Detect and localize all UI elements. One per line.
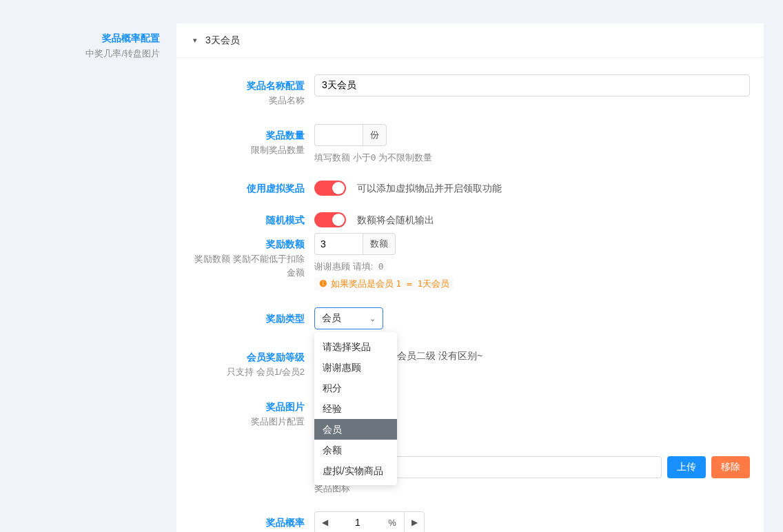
main-panel: ▾ 3天会员 奖品名称配置 奖品名称 奖品数量 限制奖品数量 <box>176 23 764 532</box>
sidebar-title: 奖品概率配置 <box>0 30 160 45</box>
label-prize-name: 奖品名称配置 奖品名称 <box>190 74 314 108</box>
info-icon: ❶ <box>318 278 328 289</box>
chevron-down-icon: ⌄ <box>369 314 376 323</box>
label-prize-image: 奖品图片 奖品图片配置 <box>190 396 314 495</box>
virtual-desc: 可以添加虚拟物品并开启领取功能 <box>357 181 502 196</box>
collapse-header[interactable]: ▾ 3天会员 <box>176 23 764 58</box>
amount-warning: ❶ 如果奖品是会员 1 = 1天会员 <box>314 277 454 291</box>
reward-type-value: 会员 <box>322 312 341 325</box>
probability-increment[interactable]: ▶ <box>404 511 425 532</box>
upload-button[interactable]: 上传 <box>667 456 706 478</box>
probability-decrement[interactable]: ◀ <box>314 511 335 532</box>
amount-tip: 谢谢惠顾 请填: 0 <box>314 260 750 273</box>
sidebar: 奖品概率配置 中奖几率/转盘图片 <box>0 11 176 532</box>
prize-name-input[interactable] <box>314 74 750 96</box>
option-placeholder[interactable]: 请选择奖品 <box>314 336 397 357</box>
probability-unit: % <box>380 511 404 532</box>
sidebar-subtitle: 中奖几率/转盘图片 <box>0 47 160 61</box>
label-reward-type: 奖励类型 <box>190 307 314 329</box>
random-switch[interactable] <box>314 212 346 227</box>
amount-unit: 数额 <box>363 233 396 255</box>
label-random: 随机模式 <box>190 212 314 227</box>
option-thanks[interactable]: 谢谢惠顾 <box>314 357 397 378</box>
option-exp[interactable]: 经验 <box>314 398 397 419</box>
chevron-down-icon: ▾ <box>190 36 200 45</box>
amount-input[interactable] <box>314 233 363 255</box>
probability-input[interactable] <box>335 511 380 532</box>
quantity-unit: 份 <box>363 124 387 146</box>
reward-type-dropdown: 请选择奖品 谢谢惠顾 积分 经验 会员 余额 虚拟/实物商品 <box>314 332 397 485</box>
label-probability: 奖品概率 <box>190 511 314 532</box>
option-balance[interactable]: 余额 <box>314 440 397 460</box>
prize-quantity-input[interactable] <box>314 124 363 146</box>
virtual-switch[interactable] <box>314 181 346 196</box>
quantity-help: 填写数额 小于0 为不限制数量 <box>314 152 750 164</box>
collapse-title: 3天会员 <box>205 34 240 47</box>
label-virtual: 使用虚拟奖品 <box>190 181 314 196</box>
remove-button[interactable]: 移除 <box>711 456 750 478</box>
label-prize-quantity: 奖品数量 限制奖品数量 <box>190 124 314 164</box>
option-member[interactable]: 会员 <box>314 419 397 440</box>
option-goods[interactable]: 虚拟/实物商品 <box>314 460 397 481</box>
label-member-level: 会员奖励等级 只支持 会员1/会员2 <box>190 346 314 379</box>
option-points[interactable]: 积分 <box>314 378 397 398</box>
random-desc: 数额将会随机输出 <box>357 212 434 227</box>
reward-type-select[interactable]: 会员 ⌄ <box>314 307 383 329</box>
label-amount: 奖励数额 奖励数额 奖励不能低于扣除金额 <box>190 233 314 291</box>
